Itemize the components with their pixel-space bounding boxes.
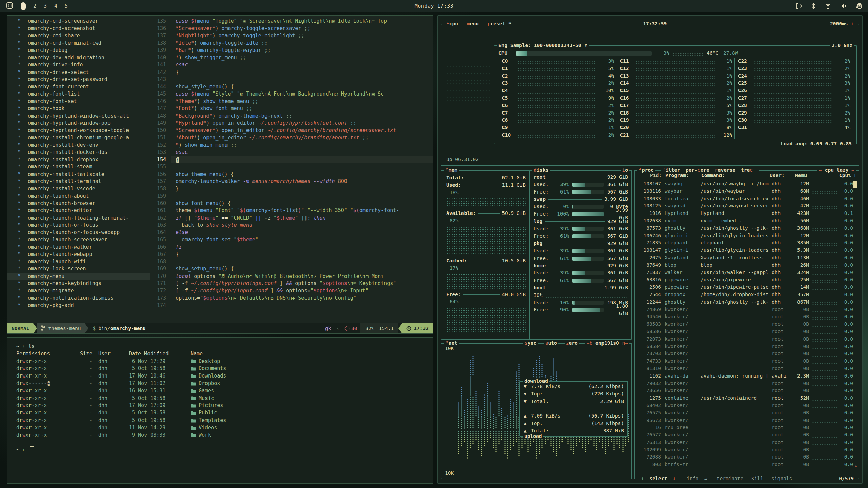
proc-row[interactable]: 108125swayosd-/usr/bin/swayosd-serverdhh… <box>636 202 853 210</box>
proc-row[interactable]: 73703kworker/root0B0.0 <box>636 350 853 358</box>
proc-row[interactable]: 1275containe/usr/bin/containerdroot52M0.… <box>636 394 853 402</box>
proc-row[interactable]: 108107swaybg/usr/bin/swaybg -i /homdhh12… <box>636 180 853 188</box>
file-list-item[interactable]: *omarchy-migrate <box>7 287 150 295</box>
shell-prompt-line[interactable]: ~› <box>16 446 433 454</box>
file-list-item[interactable]: *omarchy-launch-about <box>7 192 150 200</box>
info-key[interactable]: info ↵ <box>684 475 710 483</box>
file-list-item[interactable]: *omarchy-cmd-screensaver <box>7 18 150 25</box>
proc-row[interactable]: 72088kworker/root0B0.0 <box>636 453 853 461</box>
proc-row[interactable]: 95673kworker/root0B0.0 <box>636 417 853 424</box>
proc-row[interactable]: 71837walker/usr/bin/walker --gappldhh324… <box>636 269 853 277</box>
file-list-item[interactable]: *omarchy-launch-floating-terminal- <box>7 215 150 222</box>
proc-row[interactable]: 12244ghostty/usr/bin/ghostty --gtk-dhh86… <box>636 299 853 306</box>
proc-row[interactable]: 63816pipewire/usr/bin/pipewiredhh25M0.0 <box>636 276 853 284</box>
bluetooth-icon[interactable] <box>811 3 815 9</box>
proc-row[interactable]: 81310kworker/root0B0.0 <box>636 365 853 372</box>
file-list-item[interactable]: *omarchy-menu-keybindings <box>7 280 150 287</box>
file-list-item[interactable]: *omarchy-install-chromium-google-a <box>7 134 150 142</box>
file-list-item[interactable]: *omarchy-pkg-add <box>7 302 150 309</box>
file-list-item[interactable]: *omarchy-drive-select <box>7 69 150 76</box>
file-list-item[interactable]: *omarchy-debug <box>7 47 150 54</box>
file-list-item[interactable]: *omarchy-hook <box>7 105 150 113</box>
select-keys[interactable]: ↑ select ↓ <box>638 475 678 483</box>
proc-row[interactable]: 102638nvimnvim --embed .dhh56M0.0 <box>636 217 853 225</box>
io-mode-tab[interactable]: io <box>621 167 629 174</box>
proc-row[interactable]: 72073kworker/root0B0.0 <box>636 336 853 343</box>
proc-row[interactable]: 87573ghostty/usr/bin/ghostty --gtk-dhh36… <box>636 225 853 232</box>
proc-row[interactable]: 74869kworker/root0B0.0 <box>636 306 853 313</box>
proc-row[interactable]: 68583kworker/root0B0.0 <box>636 321 853 328</box>
proc-row[interactable]: 1162avahi-daavahi-daemon: running [avahi… <box>636 372 853 380</box>
file-list-item[interactable]: *omarchy-hyprland-window-close-all <box>7 113 150 120</box>
proc-row[interactable]: 87649btopbtopdhh26M0.0 <box>636 262 853 269</box>
proc-box-title[interactable]: ⁴proc <box>637 167 655 174</box>
kill-key[interactable]: Kill <box>750 475 765 483</box>
proc-row[interactable]: 76575kworker/root0B0.0 <box>636 409 853 417</box>
file-list-item[interactable]: *omarchy-install-dropbox <box>7 156 150 164</box>
file-list-item[interactable]: *omarchy-launch-or-focus <box>7 222 150 229</box>
proc-scrollbar-thumb[interactable] <box>853 181 857 188</box>
mem-box-title[interactable]: ²mem <box>444 167 459 174</box>
file-list-item[interactable]: *omarchy-install-terminal <box>7 178 150 185</box>
file-list-item[interactable]: *omarchy-install-docker-dbs <box>7 149 150 156</box>
proc-row[interactable]: 1916HyprlandHyprlanddhh423M0.1 <box>636 210 853 217</box>
proc-row[interactable]: 108147glycin-i/usr/lib/glycin-loadersdhh… <box>636 247 853 254</box>
file-list-item[interactable]: *omarchy-launch-webapp <box>7 251 150 258</box>
proc-row[interactable]: 76577kworker/root0B0.0 <box>636 431 853 439</box>
proc-row[interactable]: 68586kworker/root0B0.0 <box>636 328 853 336</box>
btop-menu-button[interactable]: menu <box>466 20 480 28</box>
file-list-item[interactable]: *omarchy-dev-add-migration <box>7 54 150 62</box>
proc-row[interactable]: 102099kworker/root0B0.0 <box>636 446 853 454</box>
file-list-item[interactable]: *omarchy-cmd-screenshot <box>7 25 150 33</box>
proc-row[interactable]: 108116waybar/usr/bin/waybardhh68M0.0 <box>636 188 853 195</box>
file-list-item[interactable]: *omarchy-cmd-share <box>7 32 150 40</box>
proc-row[interactable]: 74733kworker/root0B0.0 <box>636 358 853 365</box>
proc-row[interactable]: 73656kworker/root0B0.0 <box>636 387 853 394</box>
proc-row[interactable]: 2544dropbox/home/dhh/.dropbox-distdhh357… <box>636 291 853 299</box>
network-icon[interactable] <box>824 3 832 9</box>
file-list-item[interactable]: *omarchy-launch-wifi <box>7 258 150 266</box>
proc-row[interactable]: 94540kworker/root0B0.0 <box>636 313 853 321</box>
file-list-item[interactable]: *omarchy-menu <box>7 273 150 280</box>
file-list-item[interactable]: *omarchy-launch-browser <box>7 200 150 207</box>
file-list-item[interactable]: *omarchy-drive-set-password <box>7 76 150 83</box>
proc-row[interactable]: 68584kworker/root0B0.0 <box>636 343 853 350</box>
file-list-item[interactable]: *omarchy-lock-screen <box>7 265 150 273</box>
proc-row[interactable]: 2075XwaylandXwayland :1 -rootless -dhh11… <box>636 254 853 262</box>
file-list-item[interactable]: *omarchy-drive-info <box>7 61 150 69</box>
file-list-item[interactable]: *omarchy-font-set <box>7 98 150 105</box>
file-list-item[interactable]: *omarchy-notification-dismiss <box>7 294 150 302</box>
file-list-item[interactable]: *omarchy-install-steam <box>7 163 150 171</box>
terminate-key[interactable]: terminate <box>715 475 745 483</box>
file-list-item[interactable]: *omarchy-launch-editor <box>7 207 150 215</box>
file-list-item[interactable]: *omarchy-launch-screensaver <box>7 236 150 244</box>
disks-title[interactable]: disks <box>532 167 550 174</box>
proc-row[interactable]: 76313kworker/root0B0.0 <box>636 439 853 446</box>
file-list-pane[interactable]: *omarchy-cmd-screensaver*omarchy-cmd-scr… <box>7 16 150 317</box>
file-list-item[interactable]: *omarchy-install-dev-env <box>7 142 150 149</box>
file-list-item[interactable]: *omarchy-hyprland-workspace-toggle <box>7 127 150 135</box>
file-list-item[interactable]: *omarchy-cmd-terminal-cwd <box>7 40 150 47</box>
proc-row[interactable]: 16rcu_preeroot0B0.0 <box>636 424 853 431</box>
file-list-item[interactable]: *omarchy-launch-or-focus-webapp <box>7 229 150 237</box>
proc-row[interactable]: 79032kworker/root0B0.0 <box>636 380 853 387</box>
terminal-window[interactable]: ~›ls Permissions Size User Date Modified… <box>7 337 433 484</box>
proc-row[interactable]: 68402kworker/root0B0.0 <box>636 402 853 409</box>
volume-icon[interactable] <box>841 3 847 9</box>
cpu-chip-icon[interactable] <box>856 3 863 9</box>
process-list[interactable]: 108107swaybg/usr/bin/swaybg -i /homdhh12… <box>636 180 853 470</box>
update-interval-control[interactable]: - 2000ms + <box>823 20 855 28</box>
proc-row[interactable]: 71835elephantelephantdhh385M0.0 <box>636 239 853 247</box>
file-list-item[interactable]: *omarchy-install-vscode <box>7 185 150 193</box>
proc-tabs[interactable]: filterper-corereversetree <box>661 167 760 174</box>
file-list-item[interactable]: *omarchy-font-list <box>7 90 150 98</box>
file-list-item[interactable]: *omarchy-launch-walker <box>7 244 150 251</box>
code-pane[interactable]: case $(menu "Toggle" "▣ Screensaver\n☾ N… <box>171 16 433 317</box>
file-list-item[interactable]: *omarchy-font-current <box>7 83 150 91</box>
proc-row[interactable]: 803btrfs-trroot0B0.0 <box>636 461 853 468</box>
file-list-item[interactable]: *omarchy-install-tailscale <box>7 171 150 178</box>
btop-preset-button[interactable]: preset * <box>486 20 513 28</box>
signals-key[interactable]: signals <box>770 475 793 483</box>
proc-row[interactable]: 106746glycin-i/usr/lib/glycin-loadersdhh… <box>636 232 853 240</box>
proc-row[interactable]: 2506pipewire/usr/bin/pipewire-pulsedhh14… <box>636 284 853 291</box>
